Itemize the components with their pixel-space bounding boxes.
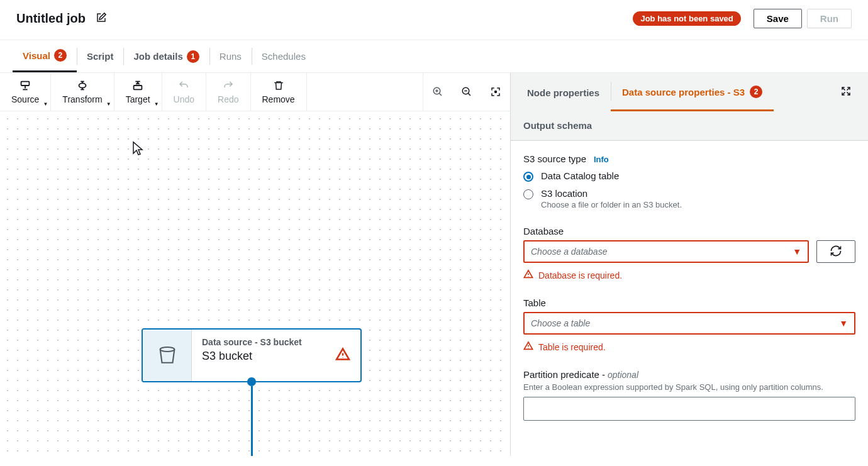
zoom-out-icon: [461, 86, 472, 98]
save-button[interactable]: Save: [754, 9, 802, 28]
radio-s3-location-help: Choose a file or folder in an S3 bucket.: [541, 200, 682, 209]
warning-icon: [335, 347, 350, 364]
transform-label: Transform: [62, 94, 102, 104]
tab-visual-badge: 2: [54, 49, 67, 62]
refresh-icon: [830, 245, 842, 259]
svg-rect-0: [21, 82, 30, 86]
remove-label: Remove: [262, 94, 295, 104]
source-icon: [18, 79, 32, 92]
tab-script[interactable]: Script: [77, 40, 124, 72]
tab-data-source-label: Data source properties - S3: [622, 87, 745, 97]
warning-icon: [523, 341, 533, 353]
redo-icon: [222, 79, 235, 92]
tab-data-source-badge: 2: [750, 86, 762, 98]
canvas-toolbar: Source ▼ Transform ▼ Target ▼: [0, 73, 510, 111]
refresh-database-button[interactable]: [816, 240, 855, 263]
properties-panel: Node properties Data source properties -…: [510, 73, 868, 456]
visual-canvas[interactable]: Data source - S3 bucket S3 bucket: [0, 111, 510, 456]
database-error: Database is required.: [523, 269, 855, 281]
bucket-icon: [157, 344, 178, 367]
tab-output-schema[interactable]: Output schema: [511, 111, 868, 140]
svg-point-6: [160, 347, 174, 351]
svg-point-1: [79, 83, 86, 87]
node-output-port[interactable]: [247, 377, 256, 386]
zoom-out-tool[interactable]: [452, 73, 481, 111]
source-tool[interactable]: Source ▼: [0, 73, 51, 111]
table-select[interactable]: Choose a table ▼: [523, 312, 855, 335]
svg-rect-2: [134, 86, 142, 89]
chevron-down-icon: ▼: [839, 318, 848, 328]
node-name: S3 bucket: [202, 350, 350, 363]
table-label: Table: [523, 297, 855, 308]
redo-label: Redo: [218, 94, 238, 104]
undo-icon: [177, 79, 190, 92]
partition-label: Partition predicate - optional: [523, 369, 855, 380]
tab-node-properties[interactable]: Node properties: [516, 73, 611, 111]
database-select[interactable]: Choose a database ▼: [523, 240, 809, 263]
zoom-in-icon: [432, 86, 443, 98]
zoom-in-tool[interactable]: [423, 73, 452, 111]
node-s3-bucket[interactable]: Data source - S3 bucket S3 bucket: [142, 328, 362, 382]
partition-predicate-input[interactable]: [523, 397, 855, 421]
radio-s3-location-label: S3 location: [541, 188, 682, 199]
undo-label: Undo: [174, 94, 194, 104]
transform-icon: [75, 79, 89, 92]
database-placeholder: Choose a database: [531, 247, 607, 257]
tab-job-details-label: Job details: [133, 51, 182, 62]
main-tabs: Visual 2 Script Job details 1 Runs Sched…: [0, 40, 868, 73]
database-label: Database: [523, 226, 855, 236]
edge-line: [251, 386, 253, 456]
redo-tool: Redo: [206, 73, 250, 111]
target-label: Target: [126, 94, 150, 104]
tab-data-source-properties[interactable]: Data source properties - S3 2: [611, 73, 774, 111]
radio-data-catalog-label: Data Catalog table: [541, 170, 619, 181]
tab-schedules[interactable]: Schedules: [252, 40, 316, 72]
node-icon-box: [143, 330, 192, 381]
svg-point-5: [495, 91, 497, 93]
run-button: Run: [807, 9, 852, 28]
expand-icon: [840, 89, 852, 99]
warning-icon: [523, 269, 533, 281]
tab-job-details-badge: 1: [187, 50, 199, 63]
mouse-cursor-icon: [132, 141, 143, 158]
tab-job-details[interactable]: Job details 1: [123, 40, 209, 72]
partition-hint: Enter a Boolean expression supported by …: [523, 382, 855, 392]
info-link[interactable]: Info: [594, 155, 609, 164]
node-subtitle: Data source - S3 bucket: [202, 337, 350, 347]
target-tool[interactable]: Target ▼: [114, 73, 162, 111]
expand-panel-button[interactable]: [829, 73, 863, 111]
database-error-text: Database is required.: [538, 270, 622, 280]
transform-tool[interactable]: Transform ▼: [51, 73, 114, 111]
table-placeholder: Choose a table: [531, 318, 590, 328]
fit-screen-icon: [490, 86, 501, 98]
unsaved-status-pill: Job has not been saved: [633, 11, 740, 26]
table-error: Table is required.: [523, 341, 855, 353]
undo-tool: Undo: [162, 73, 206, 111]
chevron-down-icon: ▼: [793, 247, 801, 257]
target-icon: [131, 79, 145, 92]
fit-screen-tool[interactable]: [481, 73, 510, 111]
radio-icon: [523, 189, 533, 199]
tab-visual-label: Visual: [23, 50, 50, 61]
radio-s3-location[interactable]: S3 location Choose a file or folder in a…: [523, 188, 855, 209]
tab-visual[interactable]: Visual 2: [13, 40, 77, 72]
partition-label-text: Partition predicate -: [523, 369, 605, 380]
table-error-text: Table is required.: [538, 342, 606, 352]
trash-icon: [273, 79, 284, 92]
partition-optional: optional: [605, 370, 638, 380]
edit-title-icon[interactable]: [96, 12, 107, 25]
caret-icon: ▼: [106, 101, 111, 107]
remove-tool[interactable]: Remove: [251, 73, 307, 111]
radio-icon: [523, 172, 533, 182]
s3-source-type-label: S3 source type: [523, 153, 586, 164]
tab-runs[interactable]: Runs: [209, 40, 252, 72]
radio-data-catalog[interactable]: Data Catalog table: [523, 170, 855, 182]
source-label: Source: [11, 94, 39, 104]
page-title: Untitled job: [16, 11, 86, 26]
caret-icon: ▼: [154, 101, 159, 107]
caret-icon: ▼: [43, 101, 48, 107]
